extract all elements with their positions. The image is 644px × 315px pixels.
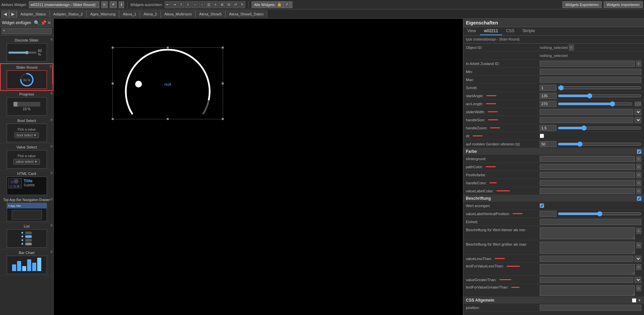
widget-info-btn[interactable]: ℹ: [119, 1, 124, 8]
vibrate-slider[interactable]: [558, 142, 641, 146]
props-tab-widget[interactable]: w02211: [480, 27, 502, 35]
tab-ages-warnung[interactable]: Ages_Warnung: [87, 10, 119, 18]
tab-adapter-status[interactable]: Adapter_Status: [17, 10, 50, 18]
sidebar-search-input[interactable]: [2, 28, 52, 34]
props-tab-view[interactable]: View: [463, 27, 480, 35]
value-less-than-select[interactable]: ▼: [635, 256, 641, 262]
html-card-copy[interactable]: ⎘: [51, 171, 53, 175]
frame-handle-ml[interactable]: [112, 82, 114, 84]
widget-topappbar[interactable]: Top App Bar Navigation Drawer ≡ App Titl…: [0, 197, 53, 223]
value-label-vpos-slider[interactable]: [558, 211, 641, 216]
text-for-greater-copy[interactable]: ⎘: [636, 285, 641, 291]
handle-size-select[interactable]: ▼: [635, 117, 641, 123]
discrete-slider-copy[interactable]: ⎘: [51, 38, 53, 41]
align-vcenter-btn[interactable]: ↕: [199, 1, 205, 8]
handle-color-copy[interactable]: ⎘: [636, 180, 641, 186]
arc-length-slider[interactable]: [558, 102, 633, 106]
sidebar-pin-icon[interactable]: 📌: [41, 20, 46, 25]
tab-nav-back[interactable]: ◀: [1, 10, 9, 18]
value-less-than-input[interactable]: [540, 256, 633, 262]
bool-select-copy[interactable]: ⎘: [51, 118, 53, 122]
wert-anzeigen-checkbox[interactable]: [540, 203, 544, 208]
tab-alexa-multiroom[interactable]: Alexa_Multiroom: [161, 10, 196, 18]
rtl-checkbox[interactable]: [540, 134, 544, 138]
max-input[interactable]: [540, 77, 641, 83]
widget-dropdown[interactable]: [29, 1, 99, 8]
export-btn[interactable]: Widgets Exportieren: [562, 1, 602, 8]
rotate-cw-btn[interactable]: ↺: [232, 1, 238, 8]
positivfarbe-copy[interactable]: ⎘: [636, 172, 641, 178]
import-btn[interactable]: Widgets Importieren: [604, 1, 643, 8]
value-label-color-copy[interactable]: ⎘: [636, 188, 641, 194]
hintergrund-copy[interactable]: ⎘: [636, 156, 641, 162]
value-select-copy[interactable]: ⎘: [51, 144, 53, 148]
start-angle-slider[interactable]: [558, 93, 641, 98]
handle-zoom-slider[interactable]: [558, 126, 641, 130]
frame-handle-tl[interactable]: [112, 47, 114, 49]
bar-chart-copy[interactable]: ⎘: [51, 250, 53, 254]
path-color-input[interactable]: [540, 164, 635, 170]
vibrate-input[interactable]: [540, 141, 556, 147]
tab-adapter-status-2[interactable]: Adapter_Status_2: [50, 10, 87, 18]
canvas-round-slider-widget[interactable]: null: [114, 49, 221, 119]
tab-alexa-show5[interactable]: Alexa_Show5: [196, 10, 225, 18]
handle-size-input[interactable]: [540, 117, 633, 123]
tab-alexa-2[interactable]: Alexa_2: [140, 10, 161, 18]
hintergrund-input[interactable]: [540, 156, 635, 162]
text-for-greater-textarea[interactable]: [540, 285, 635, 296]
handle-zoom-input[interactable]: [540, 125, 556, 131]
frame-handle-mr[interactable]: [222, 82, 224, 84]
schritt-input[interactable]: [540, 85, 556, 91]
beschriftung-section-toggle[interactable]: [637, 196, 641, 201]
path-color-copy[interactable]: ⎘: [636, 164, 641, 170]
rotate-ccw-btn[interactable]: ↻: [239, 1, 245, 8]
canvas-area[interactable]: null: [54, 19, 463, 315]
einheit-input[interactable]: [540, 219, 641, 225]
object-id-copy-btn[interactable]: ⎘: [569, 45, 574, 51]
start-angle-input[interactable]: [540, 93, 556, 99]
progress-copy[interactable]: ⎘: [51, 91, 53, 95]
value-greater-than-input[interactable]: [540, 277, 633, 283]
in-arbeit-input[interactable]: [540, 61, 635, 67]
text-for-less-textarea[interactable]: [540, 264, 635, 275]
schritt-slider[interactable]: [558, 85, 641, 90]
widget-discrete-slider[interactable]: Discrete Slider 60 % ⎘: [0, 37, 53, 63]
align-left-btn[interactable]: ⇤: [165, 1, 171, 8]
value-label-color-input[interactable]: [540, 188, 635, 194]
widget-slider-round[interactable]: Slider Round 61 % ⎘: [0, 63, 53, 91]
slider-width-input[interactable]: [540, 109, 633, 115]
tab-nav-fwd[interactable]: ▶: [9, 10, 17, 18]
text-for-less-copy[interactable]: ⎘: [636, 264, 641, 270]
props-tab-css[interactable]: CSS: [502, 27, 519, 35]
tab-alexa-1[interactable]: Alexa_1: [119, 10, 140, 18]
frame-handle-bl[interactable]: [112, 118, 114, 120]
widget-html-card[interactable]: HTML Card: [0, 170, 53, 197]
beschr-kleiner-textarea[interactable]: [540, 227, 635, 239]
handle-color-input[interactable]: [540, 180, 635, 186]
beschr-groesser-textarea[interactable]: [540, 242, 635, 254]
widget-delete-btn[interactable]: ✕: [110, 1, 117, 8]
position-input[interactable]: [540, 305, 641, 311]
widget-bar-chart[interactable]: Bar Chart ⎘: [0, 249, 53, 276]
arc-length-input[interactable]: [540, 101, 556, 107]
sidebar-close-btn[interactable]: ✕: [47, 20, 51, 25]
widget-progress[interactable]: Progress 15 % ⎘: [0, 91, 53, 117]
align-hcenter-btn[interactable]: ↔: [192, 1, 198, 8]
value-label-vpos-input[interactable]: [540, 211, 556, 217]
tab-alexa-show5-daten[interactable]: Alexa_Show5_Daten: [225, 10, 267, 18]
list-copy[interactable]: ⎘: [51, 224, 53, 227]
slider-round-copy[interactable]: ⎘: [50, 65, 52, 68]
beschr-kleiner-copy[interactable]: ⎘: [636, 228, 641, 234]
alle-widgets-open-btn[interactable]: ↗: [283, 1, 290, 8]
beschr-groesser-copy[interactable]: ⎘: [636, 242, 641, 248]
frame-handle-tr[interactable]: [222, 47, 224, 49]
align-btn-9[interactable]: ⊞: [219, 1, 225, 8]
slider-width-select[interactable]: ▼: [635, 109, 641, 115]
frame-handle-br[interactable]: [222, 118, 224, 120]
sidebar-search-icon[interactable]: 🔍: [34, 20, 40, 25]
positivfarbe-input[interactable]: [540, 172, 635, 178]
distribute-h-btn[interactable]: |||: [206, 1, 212, 8]
farbe-section-toggle[interactable]: [637, 149, 641, 154]
props-tab-skripte[interactable]: Skripte: [519, 27, 539, 35]
align-bottom-btn[interactable]: ⇩: [185, 1, 191, 8]
